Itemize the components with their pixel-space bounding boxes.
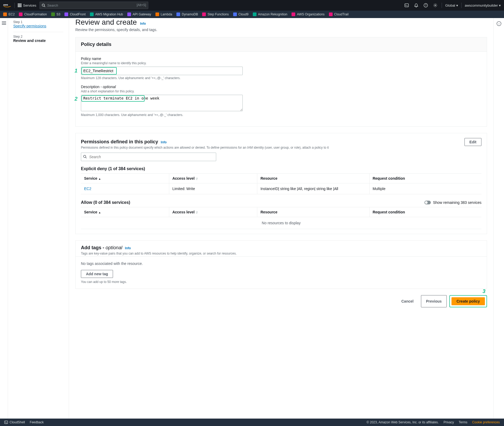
service-icon [329,12,333,16]
svg-text:aws: aws [3,3,8,6]
cloudshell-icon[interactable] [403,2,410,8]
condition-cell: Multiple [369,183,481,194]
step2-label: Step 2 [13,35,63,38]
favorite-item[interactable]: Amazon Rekognition [253,12,288,16]
divider [461,3,462,8]
col-condition[interactable]: Request condition [369,174,481,183]
service-icon [253,12,257,16]
caret-down-icon: ▾ [499,3,501,7]
favorite-item[interactable]: S3 [51,12,60,16]
favorite-label: Amazon Rekognition [258,12,288,16]
col-resource[interactable]: Resource [257,207,369,217]
explicit-deny-title: Explicit deny (1 of 384 services) [81,166,481,171]
search-icon [42,3,45,8]
svg-text:i: i [498,22,499,25]
permissions-desc: Permissions defined in this policy docum… [81,146,329,149]
previous-button[interactable]: Previous [421,295,447,307]
favorite-item[interactable]: CloudTrail [329,12,349,16]
svg-line-11 [86,157,87,158]
favorite-label: EC2 [8,12,15,16]
info-link[interactable]: Info [161,140,167,144]
svg-point-10 [84,155,86,158]
deny-table: Service▲ Access level▽ Resource Request … [81,173,481,194]
sidebar-toggle[interactable] [0,18,8,419]
page-description: Review the permissions, specify details,… [75,28,487,32]
services-label: Services [23,3,36,7]
service-icon [3,12,7,16]
grid-icon [18,3,21,7]
col-service[interactable]: Service▲ [81,174,169,183]
toggle-switch-icon [424,201,431,204]
policy-name-input[interactable] [81,67,243,75]
info-link[interactable]: Info [125,246,131,250]
sort-asc-icon: ▲ [98,211,101,214]
svg-text:?: ? [425,4,427,7]
cancel-button[interactable]: Cancel [397,295,418,307]
permissions-search-input[interactable] [81,153,216,161]
help-icon[interactable]: ? [423,2,429,8]
favorite-label: CloudFront [70,12,85,16]
notifications-icon[interactable] [413,2,419,8]
policy-desc-label: Description - optional [81,85,481,89]
global-search-input[interactable] [40,2,148,9]
page-title: Review and create Info [75,18,487,27]
favorite-label: CloudFormation [24,12,47,16]
aws-logo[interactable]: aws [3,3,11,8]
access-level-cell: Limited: Write [169,183,257,194]
permissions-search [81,153,216,161]
policy-details-heading: Policy details [76,37,487,52]
favorite-item[interactable]: EC2 [3,12,15,16]
policy-desc-constraint: Maximum 1,000 characters. Use alphanumer… [81,113,481,117]
policy-name-constraint: Maximum 128 characters. Use alphanumeric… [81,76,481,80]
tags-limit: You can add up to 50 more tags. [81,280,481,284]
add-tag-button[interactable]: Add new tag [81,270,113,278]
highlight-3: 3 Create policy [449,295,487,307]
policy-name-label: Policy name [81,57,481,61]
favorite-item[interactable]: CloudFront [64,12,85,16]
step1-link[interactable]: Specify permissions [13,24,63,28]
info-link[interactable]: Info [140,22,146,25]
favorite-label: API Gateway [133,12,151,16]
service-icon [292,12,295,16]
col-service[interactable]: Service▲ [81,207,169,217]
favorite-item[interactable]: Step Functions [202,12,229,16]
permissions-heading: Permissions defined in this policy Info [81,139,329,145]
favorite-item[interactable]: AWS Organizations [292,12,324,16]
info-panel-toggle[interactable]: i [493,18,504,419]
policy-details-panel: Policy details Policy name Enter a meani… [75,37,487,127]
region-selector[interactable]: Global ▾ [445,3,458,7]
service-icon [51,12,55,16]
favorite-item[interactable]: Cloud9 [233,12,249,16]
favorite-item[interactable]: AWS Migration Hub [90,12,123,16]
global-search: [Alt+S] [40,2,148,9]
service-icon [90,12,94,16]
favorite-item[interactable]: CloudFormation [19,12,47,16]
caret-down-icon: ▾ [456,3,458,7]
favorite-label: Lambda [161,12,172,16]
service-link[interactable]: EC2 [84,187,91,191]
favorite-item[interactable]: DynamoDB [176,12,198,16]
service-icon [155,12,159,16]
allow-table: Service▲ Access level▽ Resource Request … [81,207,481,217]
favorite-label: Cloud9 [238,12,249,16]
service-icon [127,12,131,16]
account-menu[interactable]: awscommunitybuilder ▾ [465,3,501,7]
favorite-item[interactable]: Lambda [155,12,172,16]
create-policy-button[interactable]: Create policy [451,297,485,305]
services-menu-button[interactable]: Services [18,3,36,7]
policy-desc-input[interactable] [81,95,243,111]
resource-cell: InstanceID| string like |All, region| st… [257,183,369,194]
tags-heading: Add tags - optional Info [81,245,481,251]
show-remaining-toggle[interactable]: Show remaining 383 services [424,200,481,205]
col-condition[interactable]: Request condition [369,207,481,217]
service-icon [19,12,23,16]
favorite-label: AWS Organizations [297,12,324,16]
settings-icon[interactable] [432,2,438,8]
edit-button[interactable]: Edit [464,138,481,146]
col-access[interactable]: Access level▽ [169,207,257,217]
col-access[interactable]: Access level▽ [169,174,257,183]
col-resource[interactable]: Resource [257,174,369,183]
favorite-label: CloudTrail [334,12,349,16]
favorite-item[interactable]: API Gateway [127,12,151,16]
svg-point-6 [435,5,436,6]
